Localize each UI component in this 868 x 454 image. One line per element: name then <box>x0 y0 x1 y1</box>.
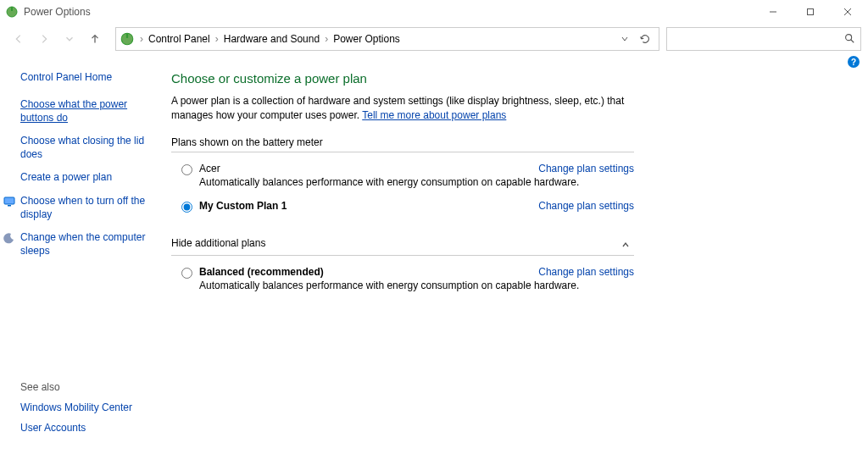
minimize-button[interactable] <box>754 0 792 24</box>
svg-rect-10 <box>4 197 14 204</box>
refresh-button[interactable] <box>635 29 655 49</box>
control-panel-home-link[interactable]: Control Panel Home <box>20 71 153 83</box>
plan-item: My Custom Plan 1 Change plan settings <box>171 197 634 221</box>
plan-radio-custom[interactable] <box>181 202 192 213</box>
sleep-icon <box>3 232 15 244</box>
hide-section-label: Hide additional plans <box>171 237 265 249</box>
help-icon[interactable]: ? <box>848 56 860 68</box>
chevron-right-icon[interactable]: › <box>214 33 220 45</box>
search-icon[interactable] <box>843 32 855 47</box>
titlebar: Power Options <box>0 0 868 24</box>
see-also-link-mobility[interactable]: Windows Mobility Center <box>20 401 159 413</box>
svg-rect-1 <box>11 7 13 11</box>
sidebar-link-turn-off-display[interactable]: Choose when to turn off the display <box>20 195 153 221</box>
see-also: See also Windows Mobility Center User Ac… <box>20 381 159 442</box>
page-title: Choose or customize a power plan <box>171 71 634 86</box>
breadcrumb-item[interactable]: Hardware and Sound <box>220 33 323 45</box>
see-also-link-user-accounts[interactable]: User Accounts <box>20 422 159 434</box>
breadcrumb-item[interactable]: Power Options <box>330 33 403 45</box>
chevron-right-icon[interactable]: › <box>323 33 330 45</box>
hide-additional-row: Hide additional plans <box>171 236 634 253</box>
plan-description: Automatically balances performance with … <box>199 176 634 188</box>
change-plan-settings-link[interactable]: Change plan settings <box>538 266 634 278</box>
collapse-button[interactable] <box>617 236 634 253</box>
plan-description: Automatically balances performance with … <box>199 280 634 291</box>
svg-rect-11 <box>8 205 11 207</box>
divider <box>171 255 634 256</box>
sidebar-link-create-plan[interactable]: Create a power plan <box>20 171 153 185</box>
main: Choose or customize a power plan A power… <box>159 71 634 300</box>
learn-more-link[interactable]: Tell me more about power plans <box>362 109 506 121</box>
display-icon <box>3 196 15 208</box>
plan-radio-acer[interactable] <box>181 164 192 175</box>
back-button[interactable] <box>7 27 31 51</box>
svg-rect-3 <box>808 9 814 15</box>
search-box[interactable] <box>666 27 861 51</box>
address-bar[interactable]: › Control Panel › Hardware and Sound › P… <box>115 27 659 51</box>
chevron-right-icon[interactable]: › <box>138 33 145 45</box>
content: Control Panel Home Choose what the power… <box>0 71 868 300</box>
breadcrumb-item[interactable]: Control Panel <box>145 33 214 45</box>
svg-line-9 <box>851 39 854 42</box>
recent-dropdown[interactable] <box>58 27 81 51</box>
plan-item: Balanced (recommended) Change plan setti… <box>171 263 634 300</box>
divider <box>171 152 634 152</box>
plan-radio-balanced[interactable] <box>181 268 192 279</box>
change-plan-settings-link[interactable]: Change plan settings <box>538 200 634 212</box>
battery-section-label: Plans shown on the battery meter <box>171 136 634 148</box>
plan-item: Acer Change plan settings Automatically … <box>171 159 634 197</box>
svg-point-8 <box>846 34 852 40</box>
change-plan-settings-link[interactable]: Change plan settings <box>538 163 634 174</box>
sidebar-link-closing-lid[interactable]: Choose what closing the lid does <box>20 135 153 161</box>
plan-name: Acer <box>199 163 220 174</box>
see-also-title: See also <box>20 381 159 393</box>
close-button[interactable] <box>829 0 866 24</box>
up-button[interactable] <box>83 27 107 51</box>
svg-rect-7 <box>126 33 128 38</box>
help-row: ? <box>0 54 868 71</box>
window-title: Power Options <box>24 6 91 18</box>
navbar: › Control Panel › Hardware and Sound › P… <box>0 24 868 54</box>
forward-button[interactable] <box>32 27 56 51</box>
app-icon <box>5 5 19 19</box>
page-description: A power plan is a collection of hardware… <box>171 94 634 123</box>
search-input[interactable] <box>672 33 843 45</box>
plan-name: Balanced (recommended) <box>199 266 324 278</box>
sidebar-link-power-buttons[interactable]: Choose what the power buttons do <box>20 98 153 125</box>
maximize-button[interactable] <box>792 0 829 24</box>
address-icon <box>120 31 135 47</box>
address-dropdown[interactable] <box>615 29 635 49</box>
sidebar: Control Panel Home Choose what the power… <box>20 71 159 300</box>
sidebar-link-computer-sleeps[interactable]: Change when the computer sleeps <box>20 231 153 257</box>
plan-name: My Custom Plan 1 <box>199 200 287 212</box>
